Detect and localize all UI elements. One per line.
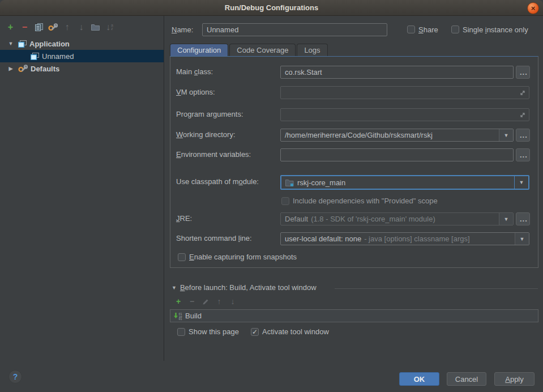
tab-code-coverage[interactable]: Code Coverage (229, 44, 296, 56)
jre-combobox[interactable]: Default (1.8 - SDK of 'rskj-core_main' m… (280, 212, 514, 225)
move-task-down-button[interactable]: ↓ (226, 297, 240, 306)
ellipsis-icon: ... (520, 134, 528, 137)
jre-label: JRE: (176, 214, 192, 223)
working-directory-combobox[interactable]: /home/meriherrera/Code/Github/rsksmart/r… (280, 129, 514, 142)
wrench-gear-icon (48, 23, 58, 32)
include-dependencies-label[interactable]: Include dependencies with "Provided" sco… (293, 197, 438, 205)
run-debug-configurations-dialog: Run/Debug Configurations × + − (0, 0, 543, 392)
configuration-tab-panel: Main class: co.rsk.Start ... VM options:… (170, 56, 538, 268)
tree-node-defaults[interactable]: ▶ Defaults (0, 62, 164, 75)
configurations-sidebar: + − ↑ ↓ (0, 16, 164, 361)
remove-task-button[interactable]: − (185, 297, 199, 306)
help-icon: ? (13, 372, 18, 381)
vm-options-input[interactable] (280, 86, 529, 99)
program-arguments-input[interactable] (280, 108, 529, 121)
single-instance-checkbox[interactable] (451, 25, 459, 33)
enable-snapshots-checkbox[interactable] (178, 253, 186, 261)
program-arguments-label: Program arguments: (176, 110, 243, 118)
main-class-browse-button[interactable]: ... (516, 66, 530, 79)
before-launch-header[interactable]: ▼ Before launch: Build, Activate tool wi… (172, 283, 317, 292)
svg-text:01: 01 (179, 317, 182, 320)
edit-defaults-button[interactable] (46, 22, 60, 32)
ok-button[interactable]: OK (399, 372, 439, 386)
plus-icon: + (176, 297, 181, 305)
show-this-page-checkbox[interactable] (177, 328, 185, 336)
dropdown-arrow-icon[interactable]: ▼ (515, 233, 529, 245)
dropdown-arrow-icon[interactable]: ▼ (499, 213, 513, 225)
main-class-input[interactable]: co.rsk.Start (280, 66, 514, 79)
before-launch-title: Before launch: Build, Activate tool wind… (180, 283, 317, 292)
tab-logs[interactable]: Logs (297, 44, 327, 56)
arrow-down-icon: ↓ (79, 23, 84, 32)
environment-variables-label: Environment variables: (176, 150, 251, 159)
remove-configuration-button[interactable]: − (18, 22, 32, 32)
create-folder-button[interactable] (88, 22, 102, 32)
ellipsis-icon: ... (520, 71, 528, 74)
share-label[interactable]: Share (418, 25, 438, 34)
tree-node-application[interactable]: ▼ Application (0, 37, 164, 50)
ellipsis-icon: ... (520, 154, 528, 156)
name-value: Unnamed (207, 25, 238, 34)
task-label: Build (185, 312, 202, 320)
copy-icon (35, 23, 43, 31)
name-label: Name: (172, 25, 193, 34)
before-launch-task-row[interactable]: 01 10 01 Build (170, 309, 538, 322)
sort-arrow-icon: ↓ (106, 23, 110, 32)
move-down-button[interactable]: ↓ (74, 22, 88, 32)
edit-task-button[interactable] (199, 297, 212, 306)
use-classpath-combobox[interactable]: rskj-core_main ▼ (280, 175, 529, 190)
configurations-tree: ▼ Application Unnamed (0, 37, 164, 75)
shorten-command-line-combobox[interactable]: user-local default: none - java [options… (280, 232, 529, 245)
chevron-right-icon[interactable]: ▶ (7, 66, 15, 71)
sort-configurations-button[interactable]: ↓ az (102, 22, 117, 32)
add-task-button[interactable]: + (172, 297, 185, 306)
plus-icon: + (8, 23, 13, 32)
expand-field-icon[interactable] (519, 90, 526, 96)
tree-node-label: Defaults (31, 65, 59, 73)
vm-options-label: VM options: (176, 88, 215, 96)
add-configuration-button[interactable]: + (3, 22, 18, 32)
activate-tool-window-label[interactable]: Activate tool window (262, 327, 329, 336)
tab-configuration[interactable]: Configuration (170, 44, 228, 56)
move-task-up-button[interactable]: ↑ (212, 297, 226, 306)
module-icon (285, 179, 294, 186)
enable-snapshots-label[interactable]: Enable capturing form snapshots (189, 253, 297, 261)
share-checkbox[interactable] (407, 25, 415, 33)
dropdown-arrow-icon[interactable]: ▼ (499, 129, 513, 141)
separator-line (335, 288, 538, 289)
minus-icon: − (190, 297, 194, 305)
sidebar-toolbar: + − ↑ ↓ (0, 16, 164, 32)
cancel-button[interactable]: Cancel (447, 372, 486, 386)
titlebar[interactable]: Run/Debug Configurations × (0, 0, 543, 16)
application-icon (18, 40, 27, 48)
environment-variables-input[interactable] (280, 148, 514, 161)
tree-node-unnamed[interactable]: Unnamed (0, 50, 164, 62)
dropdown-arrow-icon[interactable]: ▼ (514, 176, 528, 189)
activate-tool-window-checkbox[interactable]: ✓ (251, 328, 259, 336)
working-directory-browse-button[interactable]: ... (516, 129, 530, 142)
help-button[interactable]: ? (8, 370, 22, 384)
dialog-title: Run/Debug Configurations (225, 3, 318, 12)
copy-configuration-button[interactable] (32, 22, 46, 32)
chevron-down-icon[interactable]: ▼ (7, 41, 15, 46)
show-this-page-label[interactable]: Show this page (189, 327, 239, 336)
single-instance-label[interactable]: Single instance only (463, 25, 528, 34)
arrow-up-icon: ↑ (217, 297, 221, 305)
chevron-down-icon[interactable]: ▼ (172, 285, 177, 291)
close-icon: × (531, 5, 536, 12)
build-icon: 01 10 01 (173, 312, 182, 320)
ellipsis-icon: ... (520, 218, 528, 220)
expand-field-icon[interactable] (519, 112, 526, 118)
close-button[interactable]: × (527, 2, 539, 14)
working-directory-label: Working directory: (176, 130, 236, 139)
pencil-icon (202, 298, 209, 305)
main-class-label: Main class: (176, 67, 213, 76)
include-dependencies-checkbox[interactable] (281, 197, 289, 205)
move-up-button[interactable]: ↑ (60, 22, 74, 32)
jre-browse-button[interactable]: ... (516, 212, 530, 225)
checkmark-icon: ✓ (252, 329, 258, 335)
environment-variables-browse-button[interactable]: ... (516, 148, 530, 161)
before-launch-toolbar: + − ↑ ↓ (172, 297, 240, 306)
apply-button[interactable]: Apply (494, 372, 535, 386)
name-input[interactable]: Unnamed (202, 23, 387, 36)
